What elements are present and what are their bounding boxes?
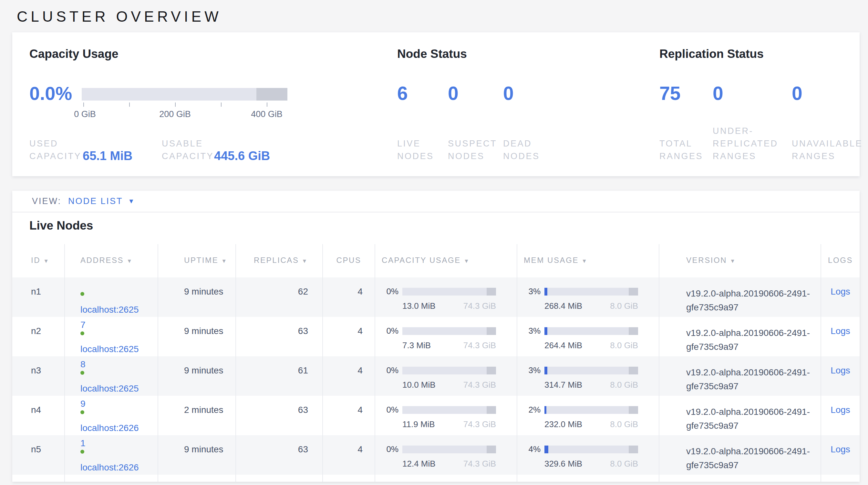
mem-used-value: 232.0 MiB <box>545 419 582 429</box>
live-nodes-count: 6 <box>397 84 408 103</box>
axis-tick <box>83 103 84 107</box>
column-header-replicas[interactable]: REPLICAS▼ <box>236 244 323 278</box>
table-row: n1 localhost:26257 9 minutes 62 4 0% 13.… <box>12 278 860 317</box>
column-header-address[interactable]: ADDRESS▼ <box>65 244 158 278</box>
cluster-overview-page: CLUSTER OVERVIEW Capacity Usage 0.0% 0 G… <box>0 0 868 485</box>
node-live-dot-icon <box>81 332 84 335</box>
mem-used-value: 268.4 MiB <box>545 301 582 311</box>
mem-meter <box>545 288 638 295</box>
view-selected-value: NODE LIST <box>68 196 123 206</box>
capacity-usage-title: Capacity Usage <box>29 47 119 61</box>
used-capacity-value: 65.1 MiB <box>83 150 132 162</box>
capacity-total-value: 74.3 GiB <box>463 459 496 469</box>
sort-arrow-icon: ▼ <box>730 258 736 264</box>
node-live-dot-icon <box>81 371 84 375</box>
node-list-card: VIEW: NODE LIST ▼ Live Nodes ID▼ ADDRESS… <box>12 191 860 482</box>
capacity-meter <box>82 88 287 101</box>
suspect-nodes-count: 0 <box>448 84 459 103</box>
logs-link[interactable]: Logs <box>831 365 850 375</box>
axis-tick <box>267 103 268 107</box>
view-bar: VIEW: NODE LIST ▼ <box>12 191 860 212</box>
logs-link[interactable]: Logs <box>831 405 850 415</box>
mem-percent: 3% <box>524 326 540 336</box>
logs-link[interactable]: Logs <box>831 444 850 454</box>
capacity-usage-bar: 0 GiB 200 GiB 400 GiB <box>82 88 287 101</box>
sort-arrow-icon: ▼ <box>127 258 133 264</box>
table-body: n1 localhost:26257 9 minutes 62 4 0% 13.… <box>12 278 860 475</box>
capacity-meter <box>402 406 496 414</box>
dropdown-arrow-icon: ▼ <box>128 198 135 205</box>
capacity-meter <box>402 367 496 374</box>
capacity-percent: 0% <box>382 444 399 454</box>
column-header-version[interactable]: VERSION▼ <box>659 244 821 278</box>
mem-percent: 4% <box>524 444 540 454</box>
dead-nodes-count: 0 <box>503 84 514 103</box>
mem-total-value: 8.0 GiB <box>610 419 638 429</box>
under-replicated-ranges-label: UNDER- REPLICATED RANGES <box>713 125 778 163</box>
sort-arrow-icon: ▼ <box>221 258 227 264</box>
capacity-used-percent: 0.0% <box>29 84 72 103</box>
under-replicated-ranges-count: 0 <box>713 84 723 103</box>
column-header-uptime[interactable]: UPTIME▼ <box>158 244 236 278</box>
cluster-summary-card: Capacity Usage 0.0% 0 GiB 200 GiB 400 Gi… <box>12 32 860 176</box>
column-header-mem-usage[interactable]: MEM USAGE▼ <box>517 244 659 278</box>
logs-link[interactable]: Logs <box>831 286 850 296</box>
live-nodes-table-title: Live Nodes <box>29 219 93 232</box>
axis-tick-label: 200 GiB <box>159 109 191 119</box>
mem-percent: 3% <box>524 286 540 296</box>
mem-meter <box>545 327 638 335</box>
live-nodes-label: LIVE NODES <box>397 137 434 163</box>
table-row: n5 localhost:26262 9 minutes 63 4 0% 12.… <box>12 435 860 475</box>
partial-next-row <box>12 475 860 482</box>
capacity-percent: 0% <box>382 365 399 375</box>
capacity-used-value: 13.0 MiB <box>402 301 436 311</box>
capacity-used-value: 11.9 MiB <box>402 419 435 429</box>
capacity-total-value: 74.3 GiB <box>463 301 496 311</box>
capacity-total-value: 74.3 GiB <box>463 419 496 429</box>
node-live-dot-icon <box>81 292 84 296</box>
mem-total-value: 8.0 GiB <box>610 380 638 390</box>
column-header-capacity-usage[interactable]: CAPACITY USAGE▼ <box>375 244 517 278</box>
node-status-title: Node Status <box>397 47 467 61</box>
capacity-percent: 0% <box>382 405 399 415</box>
axis-tick-label: 0 GiB <box>74 109 96 119</box>
capacity-used-value: 7.3 MiB <box>402 340 431 350</box>
column-header-logs: LOGS <box>821 244 860 278</box>
mem-total-value: 8.0 GiB <box>610 301 638 311</box>
capacity-total-value: 74.3 GiB <box>463 380 496 390</box>
capacity-used-value: 10.0 MiB <box>402 380 436 390</box>
sort-arrow-icon: ▼ <box>582 258 588 264</box>
capacity-total-value: 74.3 GiB <box>463 340 496 350</box>
dead-nodes-label: DEAD NODES <box>503 137 540 163</box>
replication-status-title: Replication Status <box>659 47 764 61</box>
axis-tick <box>129 103 130 107</box>
column-header-cpus: CPUS <box>323 244 375 278</box>
mem-percent: 3% <box>524 365 540 375</box>
capacity-meter-nonusable-segment <box>256 88 287 101</box>
table-header-row: ID▼ ADDRESS▼ UPTIME▼ REPLICAS▼ CPUS CAPA… <box>12 244 860 278</box>
mem-meter <box>545 367 638 374</box>
capacity-percent: 0% <box>382 286 399 296</box>
mem-meter <box>545 446 638 453</box>
mem-used-value: 314.7 MiB <box>545 380 582 390</box>
capacity-meter <box>402 288 496 295</box>
sort-arrow-icon: ▼ <box>302 258 308 264</box>
used-capacity-label: USED CAPACITY <box>29 137 82 163</box>
usable-capacity-value: 445.6 GiB <box>214 150 270 162</box>
node-live-dot-icon <box>81 450 84 454</box>
view-selector-dropdown[interactable]: NODE LIST ▼ <box>68 196 134 206</box>
table-row: n3 localhost:26259 9 minutes 61 4 0% 10.… <box>12 356 860 396</box>
page-title: CLUSTER OVERVIEW <box>17 8 222 25</box>
table-row: n4 localhost:26261 2 minutes 63 4 0% 11.… <box>12 396 860 435</box>
unavailable-ranges-label: UNAVAILABLE RANGES <box>792 137 863 163</box>
logs-link[interactable]: Logs <box>831 326 850 336</box>
usable-capacity-label: USABLE CAPACITY <box>162 137 214 163</box>
capacity-percent: 0% <box>382 326 399 336</box>
total-ranges-count: 75 <box>659 84 681 103</box>
axis-tick-label: 400 GiB <box>251 109 283 119</box>
sort-arrow-icon: ▼ <box>464 258 470 264</box>
column-header-id[interactable]: ID▼ <box>12 244 65 278</box>
axis-tick <box>175 103 176 107</box>
unavailable-ranges-count: 0 <box>792 84 802 103</box>
mem-used-value: 264.4 MiB <box>545 340 582 350</box>
